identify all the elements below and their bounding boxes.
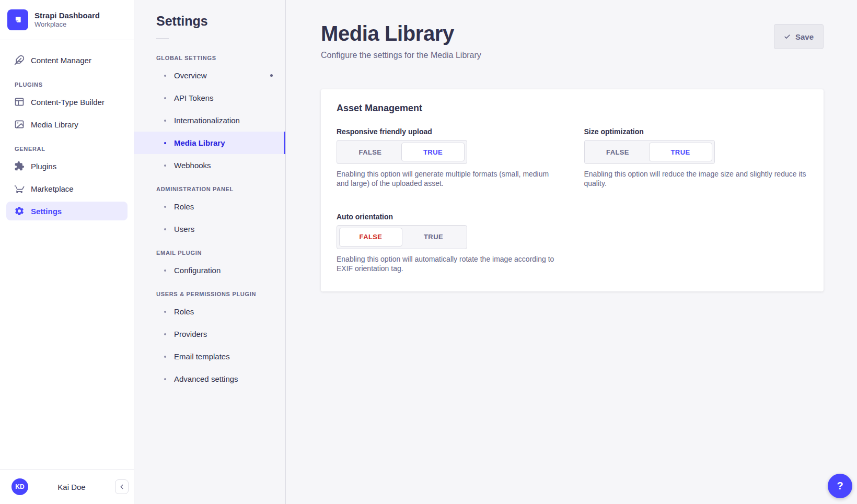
notification-dot-icon	[270, 74, 273, 77]
page-title-block: Media Library Configure the settings for…	[321, 0, 481, 60]
subnav-item-media-library[interactable]: Media Library	[134, 132, 285, 154]
field-description: Enabling this option will reduce the ima…	[584, 169, 808, 189]
page-header: Media Library Configure the settings for…	[321, 0, 824, 60]
sidebar-section-plugins: PLUGINS	[15, 81, 128, 88]
subnav-item-label: Roles	[174, 307, 194, 316]
toggle-size-optimization: FALSE TRUE	[584, 140, 715, 164]
field-label: Responsive friendly upload	[337, 127, 561, 136]
brand-title: Strapi Dashboard	[34, 11, 100, 21]
save-button[interactable]: Save	[774, 24, 824, 49]
sidebar-item-label: Media Library	[31, 120, 78, 129]
brand-subtitle: Workplace	[34, 20, 100, 29]
subnav-item-email-configuration[interactable]: Configuration	[134, 259, 285, 282]
subnav-title: Settings	[134, 14, 285, 29]
toggle-responsive-friendly-upload: FALSE TRUE	[337, 140, 467, 164]
main-content: Media Library Configure the settings for…	[286, 0, 857, 504]
field-description: Enabling this option will generate multi…	[337, 169, 561, 189]
subnav-section-label: EMAIL PLUGIN	[134, 250, 285, 256]
subnav-item-admin-users[interactable]: Users	[134, 218, 285, 240]
bullet-icon	[164, 75, 166, 77]
field-label: Size optimization	[584, 127, 808, 136]
subnav-item-label: Media Library	[174, 138, 225, 147]
image-icon	[14, 119, 25, 130]
sidebar-item-label: Plugins	[31, 162, 56, 171]
subnav-section-email-plugin: EMAIL PLUGIN Configuration	[134, 250, 285, 282]
main-sidebar: Strapi Dashboard Workplace Content Manag…	[0, 0, 134, 504]
help-button[interactable]: ?	[828, 474, 852, 498]
subnav-item-email-templates[interactable]: Email templates	[134, 345, 285, 368]
user-row: KD Kai Doe	[0, 469, 134, 504]
field-responsive-friendly-upload: Responsive friendly upload FALSE TRUE En…	[337, 127, 561, 189]
strapi-logo-icon	[7, 9, 28, 30]
bullet-icon	[164, 142, 166, 144]
sidebar-item-label: Settings	[31, 207, 62, 216]
subnav-item-label: Roles	[174, 202, 194, 211]
sidebar-item-plugins[interactable]: Plugins	[6, 157, 128, 175]
subnav-section-label: USERS & PERMISSIONS PLUGIN	[134, 291, 285, 297]
gear-icon	[14, 206, 25, 216]
toggle-false-option[interactable]: FALSE	[339, 228, 402, 247]
avatar[interactable]: KD	[11, 478, 28, 495]
subnav-item-label: Configuration	[174, 266, 221, 275]
sidebar-item-label: Content Manager	[31, 56, 91, 65]
subnav-item-label: Overview	[174, 71, 207, 80]
bullet-icon	[164, 269, 166, 272]
subnav-item-label: Advanced settings	[174, 374, 238, 383]
sidebar-nav: Content Manager PLUGINS Content-Type Bui…	[0, 40, 134, 504]
bullet-icon	[164, 97, 166, 99]
sidebar-section-general: GENERAL	[15, 146, 128, 152]
toggle-true-option[interactable]: TRUE	[401, 143, 465, 161]
subnav-item-label: API Tokens	[174, 93, 214, 102]
cart-icon	[14, 183, 25, 194]
subnav-section-label: GLOBAL SETTINGS	[134, 55, 285, 61]
subnav-item-admin-roles[interactable]: Roles	[134, 195, 285, 218]
chevron-left-icon	[118, 483, 125, 490]
subnav-item-internationalization[interactable]: Internationalization	[134, 109, 285, 132]
subnav-section-users-permissions: USERS & PERMISSIONS PLUGIN Roles Provide…	[134, 291, 285, 390]
bullet-icon	[164, 120, 166, 122]
toggle-auto-orientation: FALSE TRUE	[337, 225, 467, 249]
bullet-icon	[164, 311, 166, 313]
field-description: Enabling this option will automatically …	[337, 254, 561, 274]
field-label: Auto orientation	[337, 213, 561, 221]
subnav-item-providers[interactable]: Providers	[134, 323, 285, 345]
toggle-false-option[interactable]: FALSE	[587, 143, 649, 161]
bullet-icon	[164, 378, 166, 380]
subnav-item-label: Providers	[174, 330, 207, 338]
toggle-true-option[interactable]: TRUE	[649, 143, 712, 161]
page-title: Media Library	[321, 22, 481, 45]
collapse-sidebar-button[interactable]	[115, 479, 129, 494]
card-title: Asset Management	[337, 103, 808, 114]
bullet-icon	[164, 228, 166, 230]
subnav-item-overview[interactable]: Overview	[134, 64, 285, 87]
layout-icon	[14, 97, 25, 107]
brand-text: Strapi Dashboard Workplace	[34, 11, 100, 29]
asset-management-card: Asset Management Responsive friendly upl…	[321, 89, 824, 291]
save-button-label: Save	[795, 32, 814, 41]
sidebar-item-marketplace[interactable]: Marketplace	[6, 179, 128, 198]
sidebar-item-settings[interactable]: Settings	[6, 202, 128, 220]
field-auto-orientation: Auto orientation FALSE TRUE Enabling thi…	[337, 213, 561, 274]
bullet-icon	[164, 206, 166, 208]
subnav-item-advanced-settings[interactable]: Advanced settings	[134, 368, 285, 390]
sidebar-item-label: Content-Type Builder	[31, 98, 105, 107]
subnav-item-up-roles[interactable]: Roles	[134, 300, 285, 323]
subnav-section-label: ADMINISTRATION PANEL	[134, 186, 285, 192]
subnav-divider	[156, 38, 169, 39]
sidebar-item-content-type-builder[interactable]: Content-Type Builder	[6, 92, 128, 111]
toggle-true-option[interactable]: TRUE	[402, 228, 465, 247]
app-root: Strapi Dashboard Workplace Content Manag…	[0, 0, 857, 504]
subnav-item-api-tokens[interactable]: API Tokens	[134, 87, 285, 109]
settings-subnav: Settings GLOBAL SETTINGS Overview API To…	[134, 0, 286, 504]
sidebar-item-content-manager[interactable]: Content Manager	[6, 51, 128, 69]
workspace-switcher[interactable]: Strapi Dashboard Workplace	[0, 0, 134, 40]
feather-icon	[14, 55, 25, 65]
subnav-item-label: Internationalization	[174, 116, 240, 125]
puzzle-icon	[14, 161, 25, 171]
subnav-item-webhooks[interactable]: Webhooks	[134, 154, 285, 177]
sidebar-item-media-library[interactable]: Media Library	[6, 115, 128, 134]
subnav-item-label: Webhooks	[174, 161, 211, 170]
toggle-false-option[interactable]: FALSE	[339, 143, 401, 161]
bullet-icon	[164, 165, 166, 167]
user-name: Kai Doe	[28, 483, 115, 491]
